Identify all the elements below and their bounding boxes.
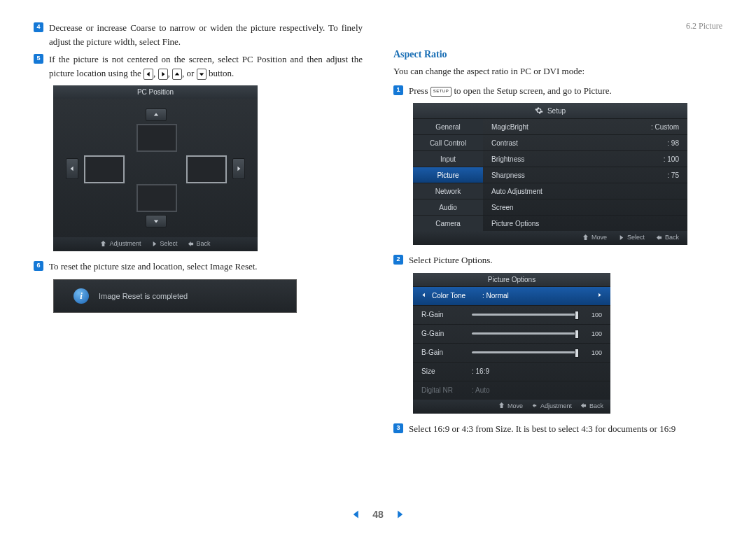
po-dnr-label: Digital NR bbox=[421, 386, 466, 394]
setup-row-picture-options[interactable]: Picture Options bbox=[483, 215, 687, 231]
step-number-1: 1 bbox=[393, 85, 403, 95]
po-row-digital-nr: Digital NR : Auto bbox=[413, 381, 610, 400]
po-footer: Move Adjustment Back bbox=[413, 400, 610, 414]
setup-row-magicbright[interactable]: MagicBright: Custom bbox=[483, 118, 687, 134]
setup-footer: Move Select Back bbox=[413, 231, 687, 245]
po-colortone-value: : Normal bbox=[482, 292, 592, 300]
po-rgain-label: R-Gain bbox=[421, 311, 466, 318]
step-number-3: 3 bbox=[393, 423, 403, 433]
step-5-text-b: button. bbox=[209, 68, 234, 78]
left-triangle-icon bbox=[421, 292, 426, 300]
pcpos-frame-bottom bbox=[136, 184, 177, 212]
section-header: 6.2 Picture bbox=[686, 21, 722, 31]
sidebar-item-camera[interactable]: Camera bbox=[413, 215, 483, 231]
step-5-text: If the picture is not centered on the sc… bbox=[49, 52, 363, 80]
step-3: 3 Select 16:9 or 4:3 from Size. It is be… bbox=[393, 422, 722, 436]
po-dnr-value: : Auto bbox=[472, 386, 490, 394]
setup-footer-select: Select bbox=[627, 234, 645, 241]
down-arrow-key bbox=[197, 69, 206, 80]
step-1-text-b: to open the Setup screen, and go to Pict… bbox=[451, 85, 612, 96]
step-number-6: 6 bbox=[34, 261, 43, 271]
next-page-icon[interactable] bbox=[395, 510, 405, 519]
page-footer: 48 bbox=[0, 509, 756, 520]
image-reset-message: Image Reset is completed bbox=[99, 292, 188, 300]
step-4-text: Decrease or increase Coarse to narrow or… bbox=[49, 21, 363, 48]
step-6-text: To reset the picture size and location, … bbox=[49, 260, 363, 274]
step-4: 4 Decrease or increase Coarse to narrow … bbox=[34, 21, 363, 48]
setup-row-auto-adjustment[interactable]: Auto Adjustment bbox=[483, 183, 687, 199]
page-number: 48 bbox=[372, 509, 384, 520]
setup-main: MagicBright: Custom Contrast: 98 Brightn… bbox=[483, 118, 687, 231]
po-size-value: : 16:9 bbox=[472, 367, 489, 375]
pcpos-down-button[interactable] bbox=[146, 215, 167, 227]
pcpos-footer: Adjustment Select Back bbox=[53, 237, 258, 251]
po-row-b-gain[interactable]: B-Gain 100 bbox=[413, 343, 610, 362]
po-row-color-tone[interactable]: Color Tone : Normal bbox=[413, 286, 610, 305]
picture-options-title: Picture Options bbox=[413, 273, 610, 286]
step-3-text: Select 16:9 or 4:3 from Size. It is best… bbox=[409, 422, 722, 436]
po-ggain-label: G-Gain bbox=[421, 330, 466, 337]
sidebar-item-call-control[interactable]: Call Control bbox=[413, 134, 483, 150]
po-bgain-slider[interactable] bbox=[472, 351, 577, 353]
right-triangle-icon bbox=[597, 292, 602, 300]
sidebar-item-network[interactable]: Network bbox=[413, 183, 483, 199]
pcpos-up-button[interactable] bbox=[146, 108, 167, 121]
po-footer-move: Move bbox=[507, 402, 523, 409]
po-rgain-slider[interactable] bbox=[472, 314, 577, 316]
pcpos-left-button[interactable] bbox=[66, 158, 78, 179]
setup-row-screen[interactable]: Screen bbox=[483, 199, 687, 215]
setup-row-sharpness[interactable]: Sharpness: 75 bbox=[483, 167, 687, 183]
left-arrow-key bbox=[144, 69, 153, 80]
pc-position-panel: PC Position Adjustment Select Back bbox=[53, 85, 258, 251]
pcpos-frame-right bbox=[186, 155, 227, 183]
step-2: 2 Select Picture Options. bbox=[393, 253, 722, 267]
picture-options-panel: Picture Options Color Tone : Normal R-Ga… bbox=[413, 273, 610, 414]
setup-row-brightness[interactable]: Brightness: 100 bbox=[483, 150, 687, 167]
sidebar-item-picture[interactable]: Picture bbox=[413, 167, 483, 183]
setup-panel: Setup General Call Control Input Picture… bbox=[413, 103, 687, 245]
po-colortone-label: Color Tone bbox=[432, 292, 477, 300]
step-number-5: 5 bbox=[34, 54, 43, 64]
po-ggain-value: 100 bbox=[582, 330, 602, 337]
po-footer-back: Back bbox=[589, 402, 603, 409]
setup-footer-move: Move bbox=[592, 234, 607, 241]
pcpos-right-button[interactable] bbox=[232, 158, 245, 179]
footer-select-label: Select bbox=[160, 240, 178, 247]
or-text: , or bbox=[182, 68, 197, 78]
left-column: 4 Decrease or increase Coarse to narrow … bbox=[34, 21, 363, 440]
po-row-size[interactable]: Size : 16:9 bbox=[413, 362, 610, 381]
step-number-2: 2 bbox=[393, 255, 403, 265]
right-arrow-key bbox=[158, 69, 168, 80]
po-row-r-gain[interactable]: R-Gain 100 bbox=[413, 305, 610, 324]
setup-key: SETUP bbox=[430, 87, 452, 97]
sidebar-item-general[interactable]: General bbox=[413, 118, 483, 134]
up-arrow-key bbox=[172, 69, 182, 80]
sidebar-item-audio[interactable]: Audio bbox=[413, 199, 483, 215]
po-row-g-gain[interactable]: G-Gain 100 bbox=[413, 324, 610, 343]
setup-row-contrast[interactable]: Contrast: 98 bbox=[483, 134, 687, 150]
step-1-text: Press SETUP to open the Setup screen, an… bbox=[409, 84, 722, 98]
po-rgain-value: 100 bbox=[582, 311, 602, 318]
step-1-text-a: Press bbox=[409, 85, 430, 96]
image-reset-bar: i Image Reset is completed bbox=[53, 279, 297, 313]
info-icon: i bbox=[74, 288, 89, 304]
gear-icon bbox=[535, 106, 543, 115]
pcpos-frame-top bbox=[136, 124, 177, 152]
po-footer-adjust: Adjustment bbox=[540, 402, 572, 409]
step-2-text: Select Picture Options. bbox=[409, 253, 722, 267]
sidebar-item-input[interactable]: Input bbox=[413, 150, 483, 167]
pc-position-title: PC Position bbox=[53, 85, 258, 99]
step-6: 6 To reset the picture size and location… bbox=[34, 260, 363, 274]
footer-adjust-label: Adjustment bbox=[109, 240, 141, 247]
po-bgain-label: B-Gain bbox=[421, 349, 466, 356]
setup-sidebar: General Call Control Input Picture Netwo… bbox=[413, 118, 483, 231]
step-5: 5 If the picture is not centered on the … bbox=[34, 52, 363, 80]
right-column: Aspect Ratio You can change the aspect r… bbox=[393, 49, 722, 440]
step-number-4: 4 bbox=[34, 22, 43, 32]
po-ggain-slider[interactable] bbox=[472, 332, 577, 335]
comma-1: , bbox=[153, 68, 158, 78]
setup-title: Setup bbox=[547, 107, 566, 115]
step-1: 1 Press SETUP to open the Setup screen, … bbox=[393, 84, 722, 98]
po-size-label: Size bbox=[421, 367, 466, 375]
prev-page-icon[interactable] bbox=[351, 510, 361, 519]
